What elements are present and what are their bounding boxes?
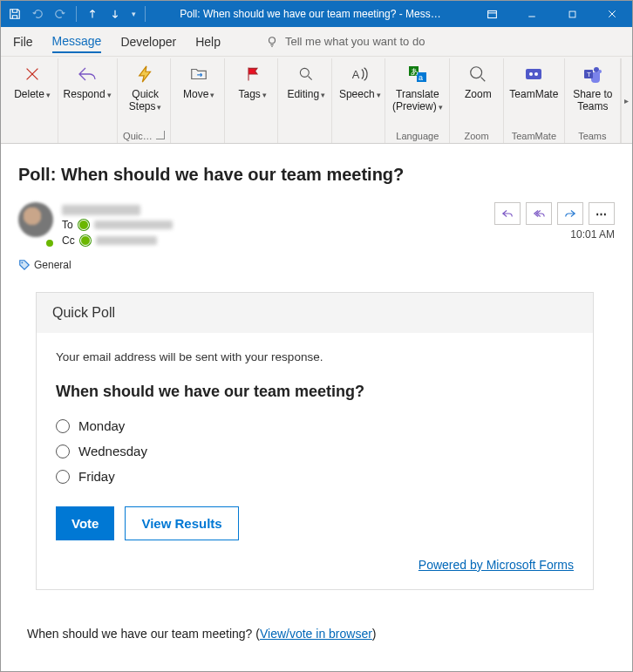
tags-label: Tags (239, 88, 267, 101)
more-actions-button[interactable]: ⋯ (589, 202, 615, 225)
lightbulb-icon (266, 36, 278, 48)
close-icon[interactable] (592, 1, 632, 27)
svg-point-12 (534, 72, 538, 76)
category-label: General (34, 259, 71, 271)
svg-text:a: a (419, 73, 423, 82)
svg-rect-1 (569, 11, 575, 17)
translate-icon: あa (405, 62, 430, 86)
svg-point-2 (269, 37, 276, 43)
reply-icon (75, 62, 99, 86)
teammate-button[interactable]: TeamMate (509, 60, 559, 102)
save-icon[interactable] (4, 3, 25, 24)
undo-icon[interactable] (27, 3, 48, 24)
share-to-teams-button[interactable]: T Share to Teams (570, 60, 616, 114)
cc-recipient (96, 236, 157, 245)
tab-message[interactable]: Message (52, 31, 102, 53)
editing-label: Editing (287, 88, 325, 101)
translate-button[interactable]: あa Translate (Preview) (391, 60, 444, 115)
radio-icon (56, 445, 70, 458)
teams-icon: T (581, 62, 605, 86)
tags-button[interactable]: Tags (230, 60, 276, 103)
forward-button[interactable] (557, 202, 583, 225)
message-header: To Cc ⋯ 10 (18, 202, 615, 247)
vote-button[interactable]: Vote (56, 506, 114, 540)
teammate-label: TeamMate (509, 88, 558, 100)
next-item-icon[interactable] (105, 3, 126, 24)
poll-option[interactable]: Friday (56, 464, 574, 489)
speech-label: Speech (339, 88, 381, 101)
tell-me-search[interactable]: Tell me what you want to do (266, 35, 425, 48)
qat-customize-icon[interactable]: ▾ (127, 3, 140, 24)
view-in-browser-link[interactable]: View/vote in browser (260, 627, 372, 641)
zoom-button[interactable]: Zoom (455, 60, 500, 102)
reply-button[interactable] (494, 202, 521, 225)
window-controls (472, 1, 632, 27)
footer-text: When should we have our team meeting? ( (27, 627, 260, 641)
translate-label: Translate (Preview) (392, 88, 443, 113)
svg-rect-0 (487, 10, 496, 17)
poll-disclaimer: Your email address will be sent with you… (56, 350, 574, 363)
poll-option-label: Friday (78, 469, 115, 484)
svg-rect-10 (526, 69, 541, 79)
tab-help[interactable]: Help (195, 31, 221, 52)
ribbon-scroll-right-icon[interactable]: ▸ (621, 58, 632, 143)
reply-all-button[interactable] (526, 202, 552, 225)
view-results-button[interactable]: View Results (125, 506, 238, 540)
message-timestamp: 10:01 AM (570, 228, 615, 241)
prev-item-icon[interactable] (82, 3, 103, 24)
svg-text:あ: あ (411, 67, 419, 76)
read-aloud-icon: A (348, 62, 372, 86)
poll-question: When should we have our team meeting? (56, 383, 574, 401)
svg-text:T: T (587, 71, 591, 78)
sender-avatar[interactable] (18, 202, 53, 237)
separator (145, 6, 146, 22)
move-button[interactable]: Move (176, 60, 221, 103)
quick-steps-button[interactable]: Quick Steps (123, 60, 168, 115)
poll-option[interactable]: Wednesday (56, 438, 574, 464)
quick-steps-group-label: Quic… (123, 131, 153, 141)
ribbon-display-icon[interactable] (472, 1, 512, 27)
to-recipient (94, 221, 173, 229)
category-icon (18, 259, 31, 271)
svg-point-3 (301, 68, 310, 77)
powered-by-link[interactable]: Powered by Microsoft Forms (419, 558, 574, 572)
tab-developer[interactable]: Developer (120, 31, 176, 52)
delete-icon (20, 62, 44, 86)
ribbon-tabs: File Message Developer Help Tell me what… (1, 27, 632, 57)
lightning-icon (133, 62, 158, 86)
to-label: To (62, 219, 73, 231)
editing-button[interactable]: Editing (283, 60, 329, 103)
maximize-icon[interactable] (552, 1, 592, 27)
footer-after: ) (372, 627, 377, 641)
tab-file[interactable]: File (13, 31, 33, 52)
title-bar: ▾ Poll: When should we have our team mee… (1, 1, 632, 27)
radio-icon (56, 419, 70, 433)
poll-option[interactable]: Monday (56, 413, 574, 438)
respond-button[interactable]: Respond (64, 60, 112, 103)
delete-label: Delete (14, 88, 51, 101)
radio-icon (56, 470, 70, 484)
share-teams-label: Share to Teams (573, 88, 612, 112)
category-tag[interactable]: General (18, 259, 615, 271)
speech-button[interactable]: A Speech (337, 60, 383, 103)
presence-icon (80, 235, 91, 246)
tell-me-placeholder: Tell me what you want to do (285, 35, 425, 48)
redo-icon[interactable] (50, 3, 71, 24)
language-group-label: Language (391, 131, 444, 143)
sender-name (62, 205, 140, 215)
poll-card-title: Quick Poll (37, 293, 593, 333)
zoom-label: Zoom (465, 88, 492, 100)
cc-label: Cc (62, 234, 75, 247)
message-footer: When should we have our team meeting? (V… (18, 590, 615, 641)
message-pane: Poll: When should we have our team meeti… (1, 144, 632, 641)
presence-icon (78, 220, 89, 230)
folder-move-icon (187, 62, 211, 86)
svg-point-11 (529, 72, 533, 76)
quick-poll-card: Quick Poll Your email address will be se… (36, 292, 594, 590)
minimize-icon[interactable] (512, 1, 552, 27)
teammate-group-label: TeamMate (509, 131, 559, 143)
window-title: Poll: When should we have our team meeti… (149, 8, 472, 20)
dialog-launcher-icon[interactable] (156, 131, 165, 139)
delete-button[interactable]: Delete (10, 60, 55, 103)
teammate-icon (521, 62, 546, 86)
